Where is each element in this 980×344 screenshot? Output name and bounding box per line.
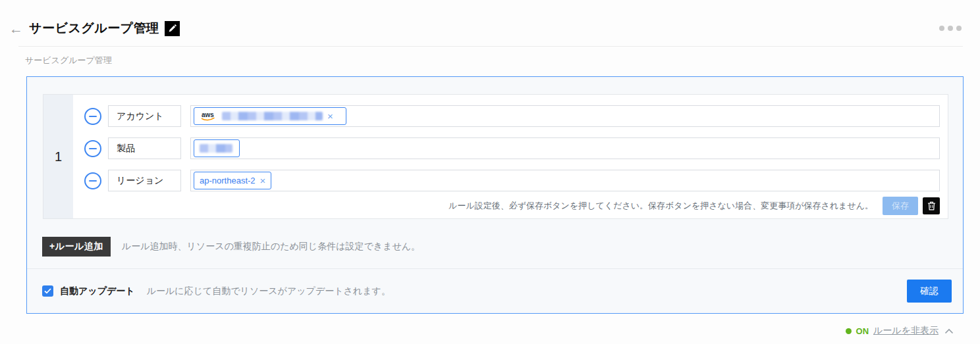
save-row: ルール設定後、必ず保存ボタンを押してください。保存ボタンを押さない場合、変更事項…	[84, 197, 940, 215]
check-icon	[44, 288, 51, 294]
account-tag: aws ×	[194, 107, 346, 125]
page-title: サービスグループ管理	[29, 20, 159, 37]
rule-rows: アカウント aws × 製品	[73, 95, 948, 218]
rule-row-account: アカウント aws ×	[84, 105, 940, 127]
ellipsis-dot	[948, 26, 953, 31]
remove-condition-button[interactable]	[84, 140, 101, 157]
rule-row-region: リージョン ap-northeast-2 ×	[84, 170, 940, 191]
rules-panel: 1 アカウント aws ×	[26, 76, 964, 314]
account-input[interactable]: aws ×	[190, 105, 940, 127]
add-rule-button[interactable]: +ルール追加	[42, 237, 111, 257]
add-rule-note: ルール追加時、リソースの重複防止のため同じ条件は設定できません。	[122, 241, 420, 253]
auto-update-label: 自動アップデート	[60, 285, 135, 297]
rule-row-product: 製品	[84, 137, 940, 159]
product-tag	[194, 139, 240, 157]
ellipsis-dot	[956, 26, 962, 31]
back-arrow-icon[interactable]: ←	[9, 22, 23, 36]
remove-tag-icon[interactable]: ×	[327, 111, 333, 121]
status-bar: ON ルールを非表示	[846, 324, 954, 337]
condition-label-account: アカウント	[108, 105, 181, 127]
aws-logo-icon: aws	[200, 111, 217, 122]
panel-footer: 自動アップデート ルールに応じて自動でリソースがアップデートされます。 確認	[27, 268, 963, 313]
save-button[interactable]: 保存	[883, 197, 918, 215]
trash-icon	[927, 201, 936, 210]
product-input[interactable]	[190, 137, 940, 159]
condition-label-region: リージョン	[108, 170, 181, 191]
auto-update-checkbox[interactable]	[42, 285, 53, 297]
header-divider	[18, 46, 963, 47]
auto-update-description: ルールに応じて自動でリソースがアップデートされます。	[147, 285, 391, 297]
ellipsis-dot	[939, 26, 944, 31]
remove-condition-button[interactable]	[84, 108, 101, 125]
region-tag: ap-northeast-2 ×	[194, 172, 271, 189]
chevron-up-icon[interactable]	[944, 328, 954, 334]
redacted-account-name	[222, 112, 323, 120]
add-rule-row: +ルール追加 ルール追加時、リソースの重複防止のため同じ条件は設定できません。	[42, 237, 420, 257]
rule-number: 1	[43, 95, 73, 218]
svg-text:aws: aws	[202, 111, 214, 118]
delete-rule-button[interactable]	[923, 197, 940, 214]
minus-icon	[89, 116, 97, 117]
pencil-icon	[168, 24, 177, 33]
remove-tag-icon[interactable]: ×	[260, 176, 266, 185]
remove-condition-button[interactable]	[84, 172, 101, 189]
confirm-button[interactable]: 確認	[907, 280, 952, 303]
save-notice: ルール設定後、必ず保存ボタンを押してください。保存ボタンを押さない場合、変更事項…	[449, 200, 873, 212]
header: ← サービスグループ管理	[9, 19, 963, 37]
region-input[interactable]: ap-northeast-2 ×	[190, 170, 940, 191]
minus-icon	[89, 148, 97, 149]
condition-label-product: 製品	[108, 137, 181, 159]
status-dot-icon	[846, 328, 852, 334]
rule-card: 1 アカウント aws ×	[43, 94, 948, 219]
subtitle: サービスグループ管理	[25, 55, 112, 66]
status-on-label: ON	[856, 326, 869, 336]
hide-rules-link[interactable]: ルールを非表示	[873, 325, 939, 337]
more-options-button[interactable]	[938, 23, 963, 34]
region-tag-value: ap-northeast-2	[200, 176, 256, 185]
redacted-product-name	[200, 144, 232, 153]
minus-icon	[89, 180, 97, 182]
edit-title-button[interactable]	[165, 21, 180, 36]
